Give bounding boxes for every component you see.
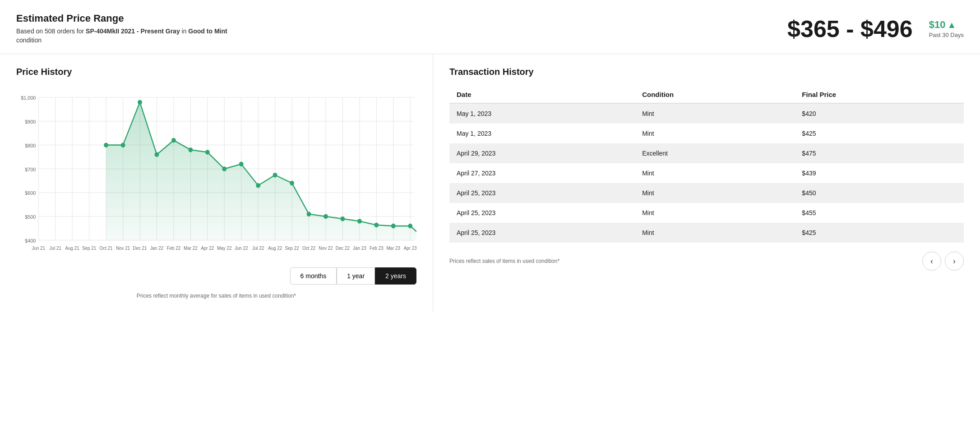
svg-text:Mar 22: Mar 22 xyxy=(184,246,198,251)
table-cell-condition: Mint xyxy=(635,183,795,203)
price-change-block: $10 ▲ Past 30 Days xyxy=(929,19,964,38)
table-cell-date: April 25, 2023 xyxy=(449,183,635,203)
data-point xyxy=(222,166,227,171)
data-point xyxy=(324,214,328,219)
header-subtitle: Based on 508 orders for SP-404MkII 2021 … xyxy=(16,27,227,45)
price-history-panel: Price History xyxy=(0,54,433,312)
table-cell-condition: Mint xyxy=(635,203,795,223)
price-change-value: $10 xyxy=(929,19,946,31)
table-cell-price: $455 xyxy=(795,203,964,223)
data-point xyxy=(171,138,176,143)
col-condition: Condition xyxy=(635,86,795,103)
pagination-asterisk: * xyxy=(557,258,559,264)
svg-text:Jul 22: Jul 22 xyxy=(252,246,264,251)
next-page-button[interactable]: › xyxy=(945,252,964,271)
data-point xyxy=(121,143,125,148)
estimated-price-range-title: Estimated Price Range xyxy=(16,13,227,24)
chart-container: $400 $500 $600 $700 $800 $900 $1,000 Jun… xyxy=(16,88,416,259)
table-cell-date: April 25, 2023 xyxy=(449,223,635,243)
data-point xyxy=(188,147,193,152)
table-cell-condition: Mint xyxy=(635,124,795,143)
table-cell-condition: Mint xyxy=(635,223,795,243)
svg-text:Jun 21: Jun 21 xyxy=(32,246,45,251)
table-cell-date: April 29, 2023 xyxy=(449,143,635,163)
svg-text:Jun 22: Jun 22 xyxy=(235,246,248,251)
table-cell-price: $475 xyxy=(795,143,964,163)
table-row: April 25, 2023Mint$455 xyxy=(449,203,964,223)
svg-text:Apr 22: Apr 22 xyxy=(201,246,214,251)
svg-text:Oct 21: Oct 21 xyxy=(100,246,113,251)
data-point xyxy=(256,183,260,188)
table-cell-price: $420 xyxy=(795,103,964,124)
main-content: Price History xyxy=(0,54,980,312)
table-cell-condition: Mint xyxy=(635,163,795,183)
subtitle-prefix: Based on 508 orders for xyxy=(16,28,86,35)
svg-text:Sep 21: Sep 21 xyxy=(82,246,97,251)
header: Estimated Price Range Based on 508 order… xyxy=(0,0,980,54)
svg-text:Mar 23: Mar 23 xyxy=(386,246,400,251)
pagination-buttons: ‹ › xyxy=(922,252,964,271)
time-btn-6months[interactable]: 6 months xyxy=(290,267,337,285)
prev-page-button[interactable]: ‹ xyxy=(922,252,941,271)
table-cell-date: May 1, 2023 xyxy=(449,103,635,124)
svg-text:Jan 22: Jan 22 xyxy=(150,246,164,251)
table-cell-price: $425 xyxy=(795,124,964,143)
pagination-note: Prices reflect sales of items in used co… xyxy=(449,258,559,264)
svg-text:Feb 23: Feb 23 xyxy=(370,246,384,251)
svg-text:Dec 22: Dec 22 xyxy=(336,246,350,251)
svg-text:Nov 21: Nov 21 xyxy=(116,246,130,251)
table-row: April 25, 2023Mint$450 xyxy=(449,183,964,203)
col-price: Final Price xyxy=(795,86,964,103)
data-point xyxy=(239,162,244,167)
table-cell-date: May 1, 2023 xyxy=(449,124,635,143)
data-point xyxy=(307,212,311,217)
table-cell-price: $439 xyxy=(795,163,964,183)
price-change-label: Past 30 Days xyxy=(929,32,964,38)
svg-text:$400: $400 xyxy=(25,238,36,243)
svg-text:$600: $600 xyxy=(25,190,36,196)
svg-text:Feb 22: Feb 22 xyxy=(167,246,181,251)
table-cell-date: April 27, 2023 xyxy=(449,163,635,183)
chart-note-asterisk: * xyxy=(294,293,296,299)
svg-text:Jan 23: Jan 23 xyxy=(353,246,366,251)
table-cell-date: April 25, 2023 xyxy=(449,203,635,223)
data-point xyxy=(290,181,294,186)
transaction-history-panel: Transaction History Date Condition Final… xyxy=(433,54,980,312)
svg-text:Jul 21: Jul 21 xyxy=(50,246,62,251)
table-row: May 1, 2023Mint$425 xyxy=(449,124,964,143)
svg-text:$1,000: $1,000 xyxy=(21,95,36,101)
data-point xyxy=(357,219,362,224)
table-cell-condition: Excellent xyxy=(635,143,795,163)
svg-text:$800: $800 xyxy=(25,143,36,148)
data-point xyxy=(408,224,412,229)
svg-text:$500: $500 xyxy=(25,214,36,220)
data-point xyxy=(104,143,108,148)
up-arrow-icon: ▲ xyxy=(947,20,956,30)
subtitle-product: SP-404MkII 2021 - Present Gray xyxy=(86,28,180,35)
chart-area xyxy=(106,102,416,240)
chart-note-text: Prices reflect monthly average for sales… xyxy=(137,293,294,299)
svg-text:Dec 21: Dec 21 xyxy=(133,246,147,251)
svg-text:Aug 21: Aug 21 xyxy=(65,246,80,251)
time-btn-2years[interactable]: 2 years xyxy=(375,267,416,285)
chart-note: Prices reflect monthly average for sales… xyxy=(16,293,416,299)
table-cell-price: $425 xyxy=(795,223,964,243)
time-selector: 6 months 1 year 2 years xyxy=(16,267,416,285)
svg-text:$900: $900 xyxy=(25,119,36,124)
transaction-table: Date Condition Final Price May 1, 2023Mi… xyxy=(449,86,964,243)
time-btn-1year[interactable]: 1 year xyxy=(337,267,375,285)
pagination: Prices reflect sales of items in used co… xyxy=(449,252,964,271)
price-range-display: $365 - $496 xyxy=(787,15,913,42)
price-change-amount: $10 ▲ xyxy=(929,19,957,31)
svg-text:Nov 22: Nov 22 xyxy=(319,246,333,251)
header-left: Estimated Price Range Based on 508 order… xyxy=(16,13,227,45)
table-row: April 29, 2023Excellent$475 xyxy=(449,143,964,163)
data-point xyxy=(340,216,345,221)
svg-text:$700: $700 xyxy=(25,167,36,172)
data-point xyxy=(273,173,277,178)
table-row: April 25, 2023Mint$425 xyxy=(449,223,964,243)
data-point xyxy=(205,150,210,155)
table-cell-condition: Mint xyxy=(635,103,795,124)
data-point xyxy=(391,224,396,229)
col-date: Date xyxy=(449,86,635,103)
